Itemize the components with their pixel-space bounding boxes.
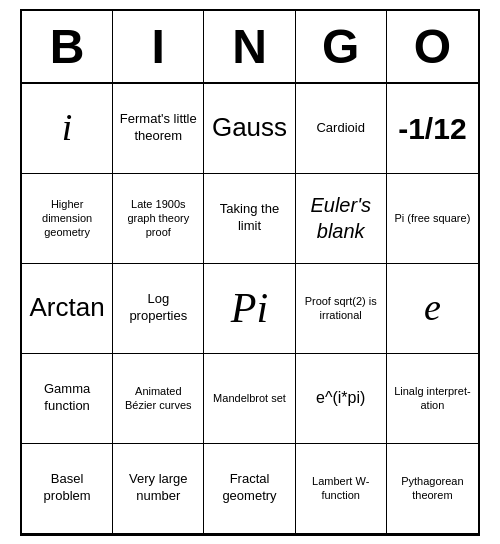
bingo-cell[interactable]: Higher dimension geometry xyxy=(22,174,113,264)
cell-text: Pi xyxy=(231,281,268,336)
bingo-cell[interactable]: Late 1900s graph theory proof xyxy=(113,174,204,264)
cell-text: Mandelbrot set xyxy=(213,391,286,405)
cell-text: Gauss xyxy=(212,111,287,145)
cell-text: Fermat's little theorem xyxy=(119,111,197,145)
bingo-cell[interactable]: Pi (free square) xyxy=(387,174,478,264)
bingo-card: BINGO iFermat's little theoremGaussCardi… xyxy=(20,9,480,536)
bingo-cell[interactable]: e^(i*pi) xyxy=(296,354,387,444)
bingo-cell[interactable]: i xyxy=(22,84,113,174)
bingo-cell[interactable]: Animated Bézier curves xyxy=(113,354,204,444)
cell-text: Euler's blank xyxy=(302,192,380,244)
bingo-cell[interactable]: Mandelbrot set xyxy=(204,354,295,444)
cell-text: Late 1900s graph theory proof xyxy=(119,197,197,240)
bingo-cell[interactable]: Fractal geometry xyxy=(204,444,295,534)
cell-text: Gamma function xyxy=(28,381,106,415)
cell-text: Basel problem xyxy=(28,471,106,505)
bingo-cell[interactable]: -1/12 xyxy=(387,84,478,174)
cell-text: i xyxy=(62,103,73,152)
cell-text: e^(i*pi) xyxy=(316,388,365,409)
bingo-cell[interactable]: Proof sqrt(2) is irrational xyxy=(296,264,387,354)
bingo-cell[interactable]: Arctan xyxy=(22,264,113,354)
bingo-cell[interactable]: Taking the limit xyxy=(204,174,295,264)
bingo-cell[interactable]: Basel problem xyxy=(22,444,113,534)
cell-text: Pythagorean theorem xyxy=(393,474,472,503)
cell-text: Fractal geometry xyxy=(210,471,288,505)
bingo-cell[interactable]: Pi xyxy=(204,264,295,354)
header-letter: G xyxy=(296,11,387,82)
bingo-grid: iFermat's little theoremGaussCardioid-1/… xyxy=(22,84,478,534)
cell-text: Animated Bézier curves xyxy=(119,384,197,413)
cell-text: e xyxy=(424,283,441,332)
bingo-cell[interactable]: Gauss xyxy=(204,84,295,174)
header-letter: B xyxy=(22,11,113,82)
cell-text: Linalg interpret-ation xyxy=(393,384,472,413)
header-letter: N xyxy=(204,11,295,82)
bingo-cell[interactable]: Log properties xyxy=(113,264,204,354)
header-letter: I xyxy=(113,11,204,82)
cell-text: -1/12 xyxy=(398,109,466,148)
cell-text: Very large number xyxy=(119,471,197,505)
cell-text: Taking the limit xyxy=(210,201,288,235)
cell-text: Arctan xyxy=(30,291,105,325)
bingo-cell[interactable]: Euler's blank xyxy=(296,174,387,264)
bingo-cell[interactable]: Fermat's little theorem xyxy=(113,84,204,174)
cell-text: Cardioid xyxy=(316,120,364,137)
bingo-cell[interactable]: Very large number xyxy=(113,444,204,534)
bingo-cell[interactable]: Lambert W-function xyxy=(296,444,387,534)
bingo-cell[interactable]: Linalg interpret-ation xyxy=(387,354,478,444)
cell-text: Pi (free square) xyxy=(394,211,470,225)
bingo-cell[interactable]: e xyxy=(387,264,478,354)
cell-text: Higher dimension geometry xyxy=(28,197,106,240)
cell-text: Proof sqrt(2) is irrational xyxy=(302,294,380,323)
header-letter: O xyxy=(387,11,478,82)
bingo-cell[interactable]: Gamma function xyxy=(22,354,113,444)
bingo-cell[interactable]: Pythagorean theorem xyxy=(387,444,478,534)
cell-text: Log properties xyxy=(119,291,197,325)
bingo-cell[interactable]: Cardioid xyxy=(296,84,387,174)
cell-text: Lambert W-function xyxy=(302,474,380,503)
bingo-header: BINGO xyxy=(22,11,478,84)
